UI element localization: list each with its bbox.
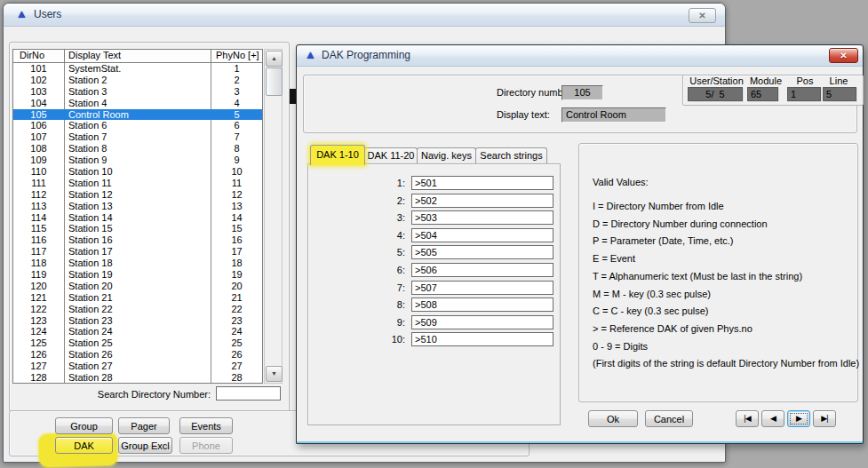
table-row[interactable]: 103Station 33 <box>13 86 262 98</box>
table-row[interactable]: 128Station 2828 <box>13 372 262 384</box>
users-table: DirNo Display Text PhyNo [+] 101SystemSt… <box>12 49 263 384</box>
table-row[interactable]: 102Station 22 <box>13 75 262 86</box>
cell-dirno: 124 <box>13 326 65 337</box>
dak-field-input[interactable] <box>411 176 553 190</box>
cell-phyno: 20 <box>211 281 262 292</box>
cell-display-text: Station 6 <box>65 120 211 131</box>
table-row[interactable]: 106Station 66 <box>13 120 262 131</box>
users-close-button[interactable]: ✕ <box>689 8 716 23</box>
table-row[interactable]: 113Station 1313 <box>13 201 262 212</box>
cell-display-text: Station 13 <box>65 201 211 212</box>
cell-display-text: Station 7 <box>65 131 211 143</box>
valid-value-line: T = Alphanumeric text (Must be last in t… <box>593 271 802 282</box>
valid-values-title: Valid Values: <box>593 177 649 187</box>
column-header-phyno[interactable]: PhyNo [+] <box>211 50 262 62</box>
table-row[interactable]: 104Station 44 <box>13 98 262 109</box>
search-directory-input[interactable] <box>216 386 281 401</box>
dak-field-row: 10: <box>307 332 561 348</box>
dak-titlebar[interactable]: ▲ DAK Programming ✕ <box>297 45 863 67</box>
pager-button[interactable]: Pager <box>118 417 170 434</box>
column-header-display-text[interactable]: Display Text <box>65 50 211 62</box>
close-icon: ✕ <box>698 11 705 20</box>
dak-field-input[interactable] <box>411 281 553 295</box>
dak-field-input[interactable] <box>411 228 553 242</box>
column-header-dirno[interactable]: DirNo <box>13 50 65 62</box>
cell-display-text: Station 9 <box>65 155 211 166</box>
table-row[interactable]: 115Station 1515 <box>13 223 262 234</box>
info-column-value: 5/ 5 <box>688 87 743 101</box>
dak-close-button[interactable]: ✕ <box>829 48 858 63</box>
dak-field-input[interactable] <box>411 194 553 208</box>
cell-display-text: Station 19 <box>65 269 211 281</box>
table-row[interactable]: 117Station 1717 <box>13 246 262 258</box>
table-row[interactable]: 105Control Room5 <box>13 109 262 121</box>
cell-display-text: Station 22 <box>65 304 211 315</box>
valid-value-line: P = Parameter (Date, Time, etc.) <box>593 235 733 246</box>
cell-phyno: 4 <box>211 98 262 109</box>
dak-field-row: 8: <box>307 297 561 313</box>
table-row[interactable]: 114Station 1414 <box>13 212 262 224</box>
info-column-value: 65 <box>747 87 778 101</box>
phone-button[interactable]: Phone <box>179 437 233 454</box>
table-row[interactable]: 110Station 1010 <box>13 166 262 178</box>
dak-field-input[interactable] <box>411 297 553 312</box>
dak-field-label: 6: <box>307 265 405 275</box>
dak-field-label: 10: <box>307 334 405 345</box>
users-table-header[interactable]: DirNo Display Text PhyNo [+] <box>13 50 262 63</box>
cell-phyno: 13 <box>211 201 262 212</box>
group-button[interactable]: Group <box>55 417 113 434</box>
dak-field-input[interactable] <box>411 315 553 329</box>
tab-search-strings[interactable]: Search strings <box>475 147 547 164</box>
nav-last-button[interactable]: ▶| <box>813 410 836 427</box>
table-row[interactable]: 123Station 2323 <box>13 315 262 327</box>
scroll-up-button[interactable]: ▲ <box>266 51 283 67</box>
table-row[interactable]: 112Station 1212 <box>13 189 262 201</box>
cancel-button[interactable]: Cancel <box>645 410 693 427</box>
info-column-value: 5 <box>823 87 856 101</box>
table-row[interactable]: 127Station 2727 <box>13 361 262 372</box>
cell-dirno: 106 <box>13 120 65 131</box>
table-row[interactable]: 126Station 2626 <box>13 349 262 361</box>
group-excl-button[interactable]: Group Excl <box>118 437 172 454</box>
dak-field-input[interactable] <box>411 245 553 259</box>
cell-phyno: 7 <box>211 131 262 143</box>
table-row[interactable]: 121Station 2121 <box>13 292 262 304</box>
table-row[interactable]: 120Station 2020 <box>13 281 262 292</box>
table-row[interactable]: 124Station 2424 <box>13 326 262 337</box>
table-row[interactable]: 125Station 2525 <box>13 337 262 349</box>
dak-field-row: 6: <box>307 263 561 279</box>
scrollbar-thumb[interactable] <box>266 67 283 96</box>
tab-navig-keys[interactable]: Navig. keys <box>417 147 476 164</box>
display-text-value: Control Room <box>561 107 666 123</box>
table-row[interactable]: 108Station 88 <box>13 143 262 155</box>
valid-values-panel: Valid Values: I = Directory Number from … <box>578 143 858 402</box>
dak-button[interactable]: DAK <box>55 437 113 454</box>
dak-field-input[interactable] <box>411 332 553 346</box>
tab-dak-11-20[interactable]: DAK 11-20 <box>364 147 418 164</box>
table-row[interactable]: 119Station 1919 <box>13 269 262 281</box>
nav-first-button[interactable]: |◀ <box>736 410 759 427</box>
cell-display-text: Station 21 <box>65 292 211 304</box>
scroll-down-button[interactable]: ▼ <box>266 366 283 382</box>
dak-field-label: 5: <box>307 247 405 258</box>
table-row[interactable]: 107Station 77 <box>13 131 262 143</box>
dak-field-input[interactable] <box>411 263 553 277</box>
table-row[interactable]: 118Station 1818 <box>13 258 262 269</box>
valid-value-line: C = C - key (0.3 sec pulse) <box>593 305 709 316</box>
nav-previous-button[interactable]: ◀ <box>761 410 784 427</box>
users-titlebar[interactable]: ▲ Users ✕ <box>4 4 725 27</box>
users-window-title: Users <box>34 8 61 20</box>
table-row[interactable]: 122Station 2222 <box>13 304 262 315</box>
dak-field-input[interactable] <box>411 210 553 225</box>
table-row[interactable]: 109Station 99 <box>13 155 262 166</box>
events-button[interactable]: Events <box>179 417 233 434</box>
info-column-value: 1 <box>787 87 821 101</box>
nav-next-button[interactable]: ▶ <box>787 410 810 427</box>
table-row[interactable]: 101SystemStat.1 <box>13 63 262 75</box>
tab-dak-1-10[interactable]: DAK 1-10 <box>310 145 365 165</box>
table-row[interactable]: 111Station 1111 <box>13 178 262 189</box>
cell-phyno: 3 <box>211 86 262 98</box>
ok-button[interactable]: Ok <box>588 410 638 427</box>
table-row[interactable]: 116Station 1616 <box>13 234 262 246</box>
users-table-scrollbar[interactable]: ▲ ▼ <box>264 49 283 384</box>
